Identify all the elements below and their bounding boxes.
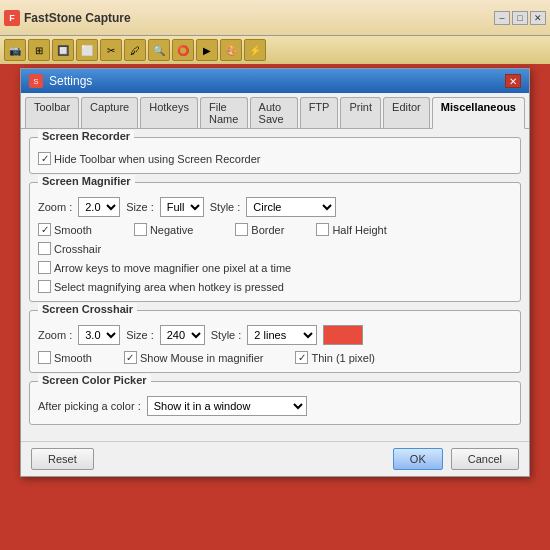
app-close-button[interactable]: ✕ [530,11,546,25]
screen-recorder-group: Screen Recorder Hide Toolbar when using … [29,137,521,174]
app-bar: F FastStone Capture – □ ✕ [0,0,550,36]
magnifier-smooth-label: Smooth [54,224,92,236]
color-picker-action-select[interactable]: Show it in a window [147,396,307,416]
magnifier-selectarea-checkbox[interactable] [38,280,51,293]
dialog-titlebar: S Settings ✕ [21,69,529,93]
magnifier-crosshair-label: Crosshair [54,243,101,255]
crosshair-smooth-label: Smooth [54,352,92,364]
magnifier-border-label: Border [251,224,284,236]
crosshair-thin-checkbox[interactable] [295,351,308,364]
magnifier-arrowkeys-wrap[interactable]: Arrow keys to move magnifier one pixel a… [38,261,291,274]
magnifier-smooth-wrap[interactable]: Smooth [38,223,92,236]
toolbar-icon-4[interactable]: ⬜ [76,39,98,61]
screen-magnifier-title: Screen Magnifier [38,175,135,187]
toolbar-icon-7[interactable]: 🔍 [148,39,170,61]
tab-toolbar[interactable]: Toolbar [25,97,79,128]
color-picker-row: After picking a color : Show it in a win… [38,396,512,416]
tab-autosave[interactable]: Auto Save [250,97,298,128]
magnifier-smooth-checkbox[interactable] [38,223,51,236]
app-logo: F [4,10,20,26]
dialog-title-icon: S [29,74,43,88]
screen-crosshair-group: Screen Crosshair Zoom : 3.0 Size : 240 S… [29,310,521,373]
magnifier-arrowkeys-row: Arrow keys to move magnifier one pixel a… [38,261,512,274]
tab-editor[interactable]: Editor [383,97,430,128]
crosshair-options-row: Smooth Show Mouse in magnifier Thin (1 p… [38,351,512,364]
tabs-row: Toolbar Capture Hotkeys File Name Auto S… [21,93,529,129]
toolbar-icon-10[interactable]: 🎨 [220,39,242,61]
magnifier-crosshair-checkbox[interactable] [38,242,51,255]
crosshair-thin-label: Thin (1 pixel) [311,352,375,364]
ok-button[interactable]: OK [393,448,443,470]
crosshair-smooth-checkbox[interactable] [38,351,51,364]
magnifier-zoom-label: Zoom : [38,201,72,213]
toolbar-icon-5[interactable]: ✂ [100,39,122,61]
magnifier-half-height-checkbox[interactable] [316,223,329,236]
screen-crosshair-title: Screen Crosshair [38,303,137,315]
dialog-close-button[interactable]: ✕ [505,74,521,88]
reset-button[interactable]: Reset [31,448,94,470]
settings-dialog: S Settings ✕ Toolbar Capture Hotkeys Fil… [20,68,530,477]
magnifier-selectarea-label: Select magnifying area when hotkey is pr… [54,281,284,293]
dialog-title-left: S Settings [29,74,92,88]
magnifier-selectarea-wrap[interactable]: Select magnifying area when hotkey is pr… [38,280,284,293]
magnifier-negative-label: Negative [150,224,193,236]
toolbar-icon-6[interactable]: 🖊 [124,39,146,61]
tab-print[interactable]: Print [340,97,381,128]
toolbar-icon-8[interactable]: ⭕ [172,39,194,61]
magnifier-arrowkeys-label: Arrow keys to move magnifier one pixel a… [54,262,291,274]
magnifier-negative-checkbox[interactable] [134,223,147,236]
magnifier-crosshair-row: Crosshair [38,242,512,255]
cancel-button[interactable]: Cancel [451,448,519,470]
app-maximize-button[interactable]: □ [512,11,528,25]
hide-toolbar-checkbox-wrap[interactable]: Hide Toolbar when using Screen Recorder [38,152,260,165]
footer-right-buttons: OK Cancel [393,448,519,470]
color-picker-group: Screen Color Picker After picking a colo… [29,381,521,425]
magnifier-style-select[interactable]: Circle [246,197,336,217]
tab-ftp[interactable]: FTP [300,97,339,128]
crosshair-showmouse-checkbox[interactable] [124,351,137,364]
tab-hotkeys[interactable]: Hotkeys [140,97,198,128]
crosshair-style-label: Style : [211,329,242,341]
dialog-content: Screen Recorder Hide Toolbar when using … [21,129,529,441]
crosshair-thin-wrap[interactable]: Thin (1 pixel) [295,351,375,364]
toolbar-icon-11[interactable]: ⚡ [244,39,266,61]
tab-miscellaneous[interactable]: Miscellaneous [432,97,525,129]
magnifier-arrowkeys-checkbox[interactable] [38,261,51,274]
toolbar-icon-9[interactable]: ▶ [196,39,218,61]
magnifier-border-wrap[interactable]: Border [235,223,284,236]
crosshair-color-swatch[interactable] [323,325,363,345]
magnifier-half-height-label: Half Height [332,224,386,236]
magnifier-negative-wrap[interactable]: Negative [134,223,193,236]
screen-recorder-title: Screen Recorder [38,130,134,142]
app-title: FastStone Capture [24,11,131,25]
hide-toolbar-label: Hide Toolbar when using Screen Recorder [54,153,260,165]
color-picker-title: Screen Color Picker [38,374,151,386]
crosshair-smooth-wrap[interactable]: Smooth [38,351,92,364]
crosshair-showmouse-wrap[interactable]: Show Mouse in magnifier [124,351,264,364]
toolbar-icon-1[interactable]: 📷 [4,39,26,61]
color-picker-after-label: After picking a color : [38,400,141,412]
magnifier-half-height-wrap[interactable]: Half Height [316,223,386,236]
magnifier-selectarea-row: Select magnifying area when hotkey is pr… [38,280,512,293]
toolbar-icon-2[interactable]: ⊞ [28,39,50,61]
magnifier-crosshair-wrap[interactable]: Crosshair [38,242,101,255]
crosshair-zoom-select[interactable]: 3.0 [78,325,120,345]
crosshair-size-select[interactable]: 240 [160,325,205,345]
crosshair-showmouse-label: Show Mouse in magnifier [140,352,264,364]
tab-filename[interactable]: File Name [200,97,248,128]
magnifier-zoom-select[interactable]: 2.0 [78,197,120,217]
tab-capture[interactable]: Capture [81,97,138,128]
app-minimize-button[interactable]: – [494,11,510,25]
toolbar-icon-3[interactable]: 🔲 [52,39,74,61]
screen-magnifier-group: Screen Magnifier Zoom : 2.0 Size : Full … [29,182,521,302]
magnifier-border-checkbox[interactable] [235,223,248,236]
magnifier-controls-row: Zoom : 2.0 Size : Full Style : Circle [38,197,512,217]
magnifier-size-select[interactable]: Full [160,197,204,217]
hide-toolbar-row: Hide Toolbar when using Screen Recorder [38,152,512,165]
crosshair-zoom-label: Zoom : [38,329,72,341]
crosshair-style-select[interactable]: 2 lines [247,325,317,345]
crosshair-size-label: Size : [126,329,154,341]
hide-toolbar-checkbox[interactable] [38,152,51,165]
magnifier-options-row1: Smooth Negative Border Half Height [38,223,512,236]
dialog-footer: Reset OK Cancel [21,441,529,476]
